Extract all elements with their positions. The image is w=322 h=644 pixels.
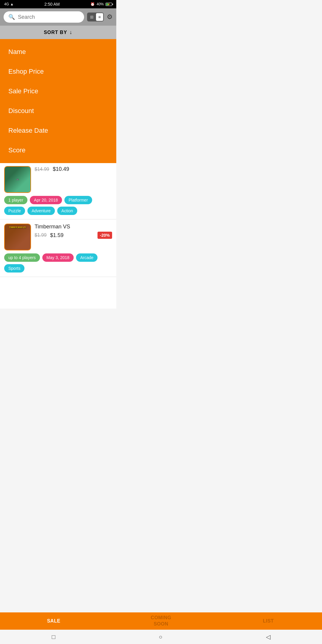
sort-option-eshop-price[interactable]: Eshop Price	[0, 62, 116, 81]
genre-tag-arcade: Arcade	[76, 253, 97, 262]
sort-option-score[interactable]: Score	[0, 140, 116, 160]
sort-option-name[interactable]: Name	[0, 42, 116, 62]
date-tag: May 3, 2018	[42, 253, 74, 262]
header: 🔍 ⊞ ≡ ⚙	[0, 8, 116, 26]
sort-option-discount[interactable]: Discount	[0, 101, 116, 121]
game-thumbnail: 🎮	[4, 166, 31, 193]
game-tags: up to 4 players May 3, 2018 Arcade Sport…	[4, 253, 112, 273]
sort-arrow-icon: ↓	[69, 29, 72, 35]
game-list: 🎮 $14.99 $10.49 1 player Apr 20, 2018 Pl…	[0, 163, 116, 309]
settings-button[interactable]: ⚙	[107, 13, 113, 21]
charging-icon: ⚡	[107, 3, 110, 6]
game-art: 🎮	[5, 167, 30, 192]
sort-bar[interactable]: SORT BY ↓	[0, 26, 116, 39]
game-prices: $1.99 $1.59 -20%	[35, 232, 112, 239]
genre-tag-action: Action	[57, 207, 77, 215]
genre-tag-puzzle: Puzzle	[4, 207, 25, 215]
sort-option-sale-price[interactable]: Sale Price	[0, 81, 116, 101]
sort-option-release-date[interactable]: Release Date	[0, 121, 116, 140]
players-tag: up to 4 players	[4, 253, 40, 262]
sort-dropdown: Name Eshop Price Sale Price Discount Rel…	[0, 39, 116, 163]
battery-icon: ⚡	[106, 3, 112, 6]
original-price: $1.99	[35, 233, 47, 238]
game-top-row: 🎮 $14.99 $10.49	[4, 166, 112, 193]
search-bar[interactable]: 🔍	[4, 11, 84, 23]
date-tag: Apr 20, 2018	[30, 196, 62, 204]
battery-percent: 40%	[97, 2, 104, 6]
status-right: ⏰ 40% ⚡	[90, 2, 112, 6]
sale-price: $10.49	[53, 166, 69, 172]
players-tag: 1 player	[4, 196, 27, 204]
wifi-icon: ▲	[10, 2, 14, 6]
discount-badge: -20%	[97, 232, 112, 239]
view-toggle: ⊞ ≡	[87, 13, 104, 21]
signal-icon: 4G	[4, 2, 9, 6]
game-info: Timberman VS $1.99 $1.59 -20%	[35, 224, 112, 239]
timberman-art	[5, 224, 30, 250]
status-bar: 4G ▲ 2:50 AM ⏰ 40% ⚡	[0, 0, 116, 8]
original-price: $14.99	[35, 167, 49, 172]
genre-tag-adventure: Adventure	[27, 207, 55, 215]
grid-view-button[interactable]: ⊞	[88, 13, 96, 21]
genre-tag-platformer: Platformer	[64, 196, 92, 204]
genre-tag-sports: Sports	[4, 264, 24, 273]
search-icon: 🔍	[8, 14, 15, 20]
game-tags: 1 player Apr 20, 2018 Platformer Puzzle …	[4, 196, 112, 215]
game-info: $14.99 $10.49	[35, 166, 112, 172]
game-top-row: Timberman VS $1.99 $1.59 -20%	[4, 224, 112, 250]
list-item: 🎮 $14.99 $10.49 1 player Apr 20, 2018 Pl…	[0, 163, 116, 219]
alarm-icon: ⏰	[90, 2, 95, 6]
game-prices: $14.99 $10.49	[35, 166, 112, 172]
list-item[interactable]: Timberman VS $1.99 $1.59 -20% up to 4 pl…	[0, 219, 116, 277]
list-view-button[interactable]: ≡	[96, 13, 103, 21]
sort-label: SORT BY	[44, 30, 67, 35]
header-actions: ⊞ ≡ ⚙	[87, 13, 113, 21]
search-input[interactable]	[18, 14, 79, 20]
sale-price: $1.59	[50, 232, 64, 239]
game-thumbnail	[4, 224, 31, 250]
game-title: Timberman VS	[35, 224, 112, 230]
status-signal: 4G ▲	[4, 2, 14, 6]
status-time: 2:50 AM	[44, 2, 60, 7]
